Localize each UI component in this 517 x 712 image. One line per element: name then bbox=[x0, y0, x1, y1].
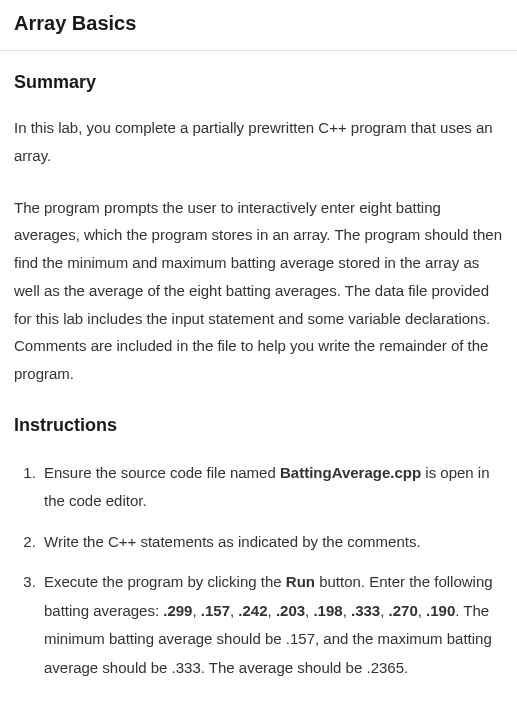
value-4: .203 bbox=[276, 602, 305, 619]
instructions-list: Ensure the source code file named Battin… bbox=[14, 459, 503, 683]
value-3: .242 bbox=[238, 602, 267, 619]
page-title: Array Basics bbox=[14, 8, 503, 38]
value-2: .157 bbox=[201, 602, 230, 619]
instruction-item-3: Execute the program by clicking the Run … bbox=[40, 568, 503, 682]
title-bar: Array Basics bbox=[0, 0, 517, 51]
instruction-text: Write the C++ statements as indicated by… bbox=[44, 533, 421, 550]
instruction-text: Execute the program by clicking the bbox=[44, 573, 286, 590]
run-button-label: Run bbox=[286, 573, 315, 590]
instructions-heading: Instructions bbox=[14, 412, 503, 439]
instruction-item-2: Write the C++ statements as indicated by… bbox=[40, 528, 503, 557]
summary-heading: Summary bbox=[14, 69, 503, 96]
comma: , bbox=[192, 602, 200, 619]
comma: , bbox=[418, 602, 426, 619]
summary-paragraph-1: In this lab, you complete a partially pr… bbox=[14, 114, 503, 170]
value-8: .190 bbox=[426, 602, 455, 619]
value-5: .198 bbox=[313, 602, 342, 619]
value-1: .299 bbox=[163, 602, 192, 619]
instruction-item-1: Ensure the source code file named Battin… bbox=[40, 459, 503, 516]
comma: , bbox=[380, 602, 388, 619]
summary-paragraph-2: The program prompts the user to interact… bbox=[14, 194, 503, 388]
filename-bold: BattingAverage.cpp bbox=[280, 464, 421, 481]
value-7: .270 bbox=[389, 602, 418, 619]
value-6: .333 bbox=[351, 602, 380, 619]
content-area: Summary In this lab, you complete a part… bbox=[0, 51, 517, 712]
comma: , bbox=[268, 602, 276, 619]
instruction-text: Ensure the source code file named bbox=[44, 464, 280, 481]
comma: , bbox=[343, 602, 351, 619]
